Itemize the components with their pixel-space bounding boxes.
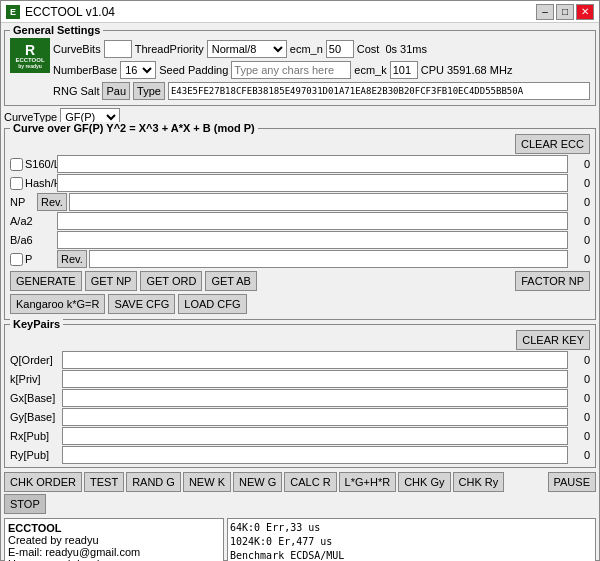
curve-row-np: NP Rev. 0 — [10, 193, 590, 211]
a-num: 0 — [570, 215, 590, 227]
clear-ecc-row: CLEAR ECC — [10, 134, 590, 154]
get-ab-button[interactable]: GET AB — [205, 271, 257, 291]
log-line-3: Benchmark ECDSA/MUL — [230, 549, 593, 561]
b-label: B/a6 — [10, 234, 55, 246]
get-ord-button[interactable]: GET ORD — [140, 271, 202, 291]
kp-row-ry: Ry[Pub] 0 — [10, 446, 590, 464]
b-input[interactable] — [57, 231, 568, 249]
left-panel: ECCTOOL Created by readyu E-mail: readyu… — [4, 518, 224, 561]
gy-base-num: 0 — [570, 411, 590, 423]
seed-padding-input[interactable] — [231, 61, 351, 79]
k-priv-input[interactable] — [62, 370, 568, 388]
rand-g-button[interactable]: RAND G — [126, 472, 181, 492]
main-window: E ECCTOOL v1.04 – □ ✕ General Settings R… — [0, 0, 600, 561]
s160-label: S160/L — [25, 158, 60, 170]
ecm-n-label: ecm_n — [290, 43, 323, 55]
np-rev-button[interactable]: Rev. — [37, 193, 67, 211]
minimize-button[interactable]: – — [536, 4, 554, 20]
ecm-n-input[interactable] — [326, 40, 354, 58]
thread-priority-select[interactable]: Normal/8 — [207, 40, 287, 58]
ecm-k-label: ecm_k — [354, 64, 386, 76]
ecm-k-input[interactable] — [390, 61, 418, 79]
log-line-1: 64K:0 Err,33 us — [230, 521, 593, 535]
cost-value: 0s 31ms — [385, 43, 427, 55]
hash-checkbox-label: Hash/H — [10, 177, 55, 190]
factor-np-button[interactable]: FACTOR NP — [515, 271, 590, 291]
hash-num: 0 — [570, 177, 590, 189]
button-row-1: GENERATE GET NP GET ORD GET AB FACTOR NP — [10, 271, 590, 291]
number-base-select[interactable]: 16 — [120, 61, 156, 79]
k-priv-num: 0 — [570, 373, 590, 385]
curve-bits-input[interactable] — [104, 40, 132, 58]
left-line-2: Created by readyu — [8, 534, 220, 546]
lgh-button[interactable]: L*G+H*R — [339, 472, 397, 492]
p-num: 0 — [570, 253, 590, 265]
gy-base-input[interactable] — [62, 408, 568, 426]
chk-gy-button[interactable]: CHK Gy — [398, 472, 450, 492]
curve-row-hash: Hash/H 0 — [10, 174, 590, 192]
p-input[interactable] — [89, 250, 568, 268]
general-settings-label: General Settings — [10, 24, 103, 36]
save-cfg-button[interactable]: SAVE CFG — [108, 294, 175, 314]
hash-checkbox[interactable] — [10, 177, 23, 190]
thread-priority-label: ThreadPriority — [135, 43, 204, 55]
k-priv-label: k[Priv] — [10, 373, 60, 385]
curve-container: CurveType GF(P) GF(2m) Curve over GF(P) … — [4, 108, 596, 320]
title-bar-left: E ECCTOOL v1.04 — [6, 5, 115, 19]
curve-group-label: Curve over GF(P) Y^2 = X^3 + A*X + B (mo… — [10, 122, 258, 134]
button-row-2: Kangaroo k*G=R SAVE CFG LOAD CFG — [10, 294, 590, 314]
rng-salt-pau-button[interactable]: Pau — [102, 82, 130, 100]
curve-row-b: B/a6 0 — [10, 231, 590, 249]
clear-key-button[interactable]: CLEAR KEY — [516, 330, 590, 350]
test-button[interactable]: TEST — [84, 472, 124, 492]
kangaroo-button[interactable]: Kangaroo k*G=R — [10, 294, 105, 314]
s160-input[interactable] — [57, 155, 568, 173]
p-rev-button[interactable]: Rev. — [57, 250, 87, 268]
gx-base-input[interactable] — [62, 389, 568, 407]
get-np-button[interactable]: GET NP — [85, 271, 138, 291]
stop-button[interactable]: STOP — [4, 494, 46, 514]
new-g-button[interactable]: NEW G — [233, 472, 282, 492]
curve-row-p: P Rev. 0 — [10, 250, 590, 268]
clear-ecc-button[interactable]: CLEAR ECC — [515, 134, 590, 154]
close-button[interactable]: ✕ — [576, 4, 594, 20]
ry-pub-input[interactable] — [62, 446, 568, 464]
pause-button[interactable]: PAUSE — [548, 472, 596, 492]
maximize-button[interactable]: □ — [556, 4, 574, 20]
cpu-value: 3591.68 MHz — [447, 64, 512, 76]
rng-salt-type-button[interactable]: Type — [133, 82, 165, 100]
kp-row-rx: Rx[Pub] 0 — [10, 427, 590, 445]
generate-button[interactable]: GENERATE — [10, 271, 82, 291]
main-content: General Settings R ECCTOOL by readyu Cur… — [1, 23, 599, 561]
s160-checkbox[interactable] — [10, 158, 23, 171]
b-num: 0 — [570, 234, 590, 246]
title-text: ECCTOOL v1.04 — [25, 5, 115, 19]
left-line-1: ECCTOOL — [8, 522, 220, 534]
new-k-button[interactable]: NEW K — [183, 472, 231, 492]
left-line-3: E-mail: readyu@gmail.com — [8, 546, 220, 558]
calc-r-button[interactable]: CALC R — [284, 472, 336, 492]
action-area: CHK ORDER TEST RAND G NEW K NEW G CALC R… — [4, 472, 596, 514]
p-checkbox-group: P — [10, 253, 55, 266]
q-order-input[interactable] — [62, 351, 568, 369]
load-cfg-button[interactable]: LOAD CFG — [178, 294, 246, 314]
logo-byreadyu: by readyu — [18, 63, 42, 69]
a-input[interactable] — [57, 212, 568, 230]
rx-pub-num: 0 — [570, 430, 590, 442]
log-line-2: 1024K:0 Er,477 us — [230, 535, 593, 549]
chk-ry-button[interactable]: CHK Ry — [453, 472, 505, 492]
curve-group: Curve over GF(P) Y^2 = X^3 + A*X + B (mo… — [4, 128, 596, 320]
chk-order-button[interactable]: CHK ORDER — [4, 472, 82, 492]
kp-row-gx: Gx[Base] 0 — [10, 389, 590, 407]
general-settings-group: General Settings R ECCTOOL by readyu Cur… — [4, 30, 596, 106]
np-input[interactable] — [69, 193, 568, 211]
p-checkbox[interactable] — [10, 253, 23, 266]
gy-base-label: Gy[Base] — [10, 411, 60, 423]
rx-pub-input[interactable] — [62, 427, 568, 445]
seed-padding-label: Seed Padding — [159, 64, 228, 76]
curve-bits-label: CurveBits — [53, 43, 101, 55]
ry-pub-label: Ry[Pub] — [10, 449, 60, 461]
q-order-label: Q[Order] — [10, 354, 60, 366]
logo: R ECCTOOL by readyu — [10, 38, 50, 73]
hash-input[interactable] — [57, 174, 568, 192]
